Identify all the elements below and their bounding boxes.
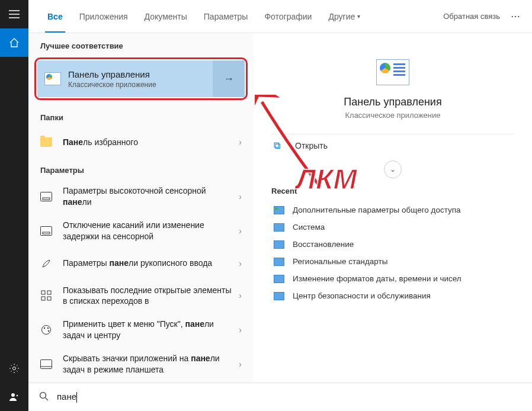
- annotation-highlight: Панель управления Классическое приложени…: [34, 57, 248, 100]
- feedback-link[interactable]: Обратная связь: [443, 12, 500, 21]
- svg-point-0: [13, 367, 16, 370]
- preview-title: Панель управления: [271, 96, 514, 108]
- control-panel-icon-large: [376, 59, 409, 85]
- recent-item[interactable]: Система: [271, 219, 514, 236]
- recent-icon: [274, 240, 284, 249]
- results-pane: Лучшее соответствие Панель управления Кл…: [28, 33, 254, 383]
- grid-icon: [37, 286, 56, 305]
- best-match-header: Лучшее соответствие: [28, 33, 254, 55]
- settings-result[interactable]: Отключение касаний или изменение задержк…: [28, 214, 254, 248]
- tab-other[interactable]: Другие▾: [320, 0, 368, 33]
- recent-icon: [274, 275, 284, 283]
- chevron-right-icon: ›: [239, 137, 242, 147]
- best-match-item[interactable]: Панель управления Классическое приложени…: [37, 60, 245, 97]
- chevron-right-icon: ›: [239, 325, 242, 335]
- svg-point-17: [40, 392, 46, 398]
- recent-icon: [274, 292, 284, 300]
- recent-item[interactable]: Региональные стандарты: [271, 253, 514, 270]
- taskbar-icon: [37, 355, 56, 374]
- chevron-right-icon: ›: [239, 259, 242, 268]
- svg-rect-6: [43, 232, 50, 234]
- menu-icon[interactable]: [0, 0, 28, 28]
- tab-photos[interactable]: Фотографии: [256, 0, 320, 33]
- recent-item[interactable]: Изменение форматов даты, времени и чисел: [271, 270, 514, 287]
- pen-icon: [37, 254, 56, 273]
- svg-point-14: [48, 330, 49, 332]
- svg-rect-7: [41, 291, 45, 294]
- recent-icon: [274, 258, 284, 266]
- svg-rect-8: [47, 291, 51, 294]
- expand-arrow-icon[interactable]: →: [213, 60, 245, 97]
- touchpad-icon: [37, 187, 56, 206]
- settings-header: Параметры: [28, 158, 254, 179]
- settings-result[interactable]: Показывать последние открытые элементы в…: [28, 279, 254, 313]
- svg-point-2: [17, 395, 18, 397]
- tabs-bar: Все Приложения Документы Параметры Фотог…: [28, 0, 532, 33]
- svg-rect-4: [43, 198, 50, 200]
- settings-result[interactable]: Параметры панели рукописного ввода ›: [28, 248, 254, 279]
- touchpad-icon: [37, 221, 56, 240]
- search-icon: [39, 391, 49, 403]
- best-match-subtitle: Классическое приложение: [68, 81, 213, 89]
- svg-rect-9: [41, 297, 45, 300]
- recent-icon: [274, 206, 284, 214]
- folder-result[interactable]: Панель избранного ›: [28, 127, 254, 158]
- best-match-title: Панель управления: [68, 69, 213, 79]
- recent-item[interactable]: Восстановление: [271, 236, 514, 253]
- recent-item[interactable]: Центр безопасности и обслуживания: [271, 287, 514, 304]
- folder-icon: [40, 137, 52, 147]
- svg-point-1: [11, 393, 15, 397]
- preview-subtitle: Классическое приложение: [271, 111, 514, 120]
- chevron-right-icon: ›: [239, 226, 242, 236]
- chevron-right-icon: ›: [239, 359, 242, 369]
- chevron-right-icon: ›: [239, 192, 242, 201]
- settings-result[interactable]: Скрывать значки приложений на панели зад…: [28, 347, 254, 381]
- palette-icon: [37, 320, 56, 339]
- folders-header: Папки: [28, 105, 254, 127]
- search-input[interactable]: пане: [57, 391, 521, 403]
- recent-icon: [274, 223, 284, 232]
- more-icon[interactable]: ⋯: [511, 11, 521, 22]
- open-action[interactable]: ⧉ Открыть: [271, 134, 514, 157]
- settings-icon[interactable]: [0, 354, 28, 383]
- svg-line-18: [46, 397, 49, 400]
- expand-button[interactable]: ⌄: [384, 160, 402, 178]
- tab-all[interactable]: Все: [39, 0, 71, 33]
- svg-point-12: [44, 327, 45, 329]
- recent-item[interactable]: Дополнительные параметры общего доступа: [271, 201, 514, 219]
- tab-apps[interactable]: Приложения: [71, 0, 136, 33]
- svg-point-13: [47, 327, 49, 329]
- tab-documents[interactable]: Документы: [136, 0, 196, 33]
- left-vertical-bar: [0, 0, 28, 411]
- chevron-right-icon: ›: [239, 291, 242, 300]
- open-icon: ⧉: [274, 140, 288, 151]
- preview-pane: Панель управления Классическое приложени…: [254, 33, 532, 383]
- search-bar: пане: [28, 383, 532, 411]
- svg-rect-10: [47, 297, 51, 300]
- svg-point-11: [42, 326, 51, 335]
- svg-rect-15: [41, 360, 52, 369]
- settings-result[interactable]: Параметры высокоточной сенсорной панели …: [28, 179, 254, 214]
- recent-header: Recent: [271, 187, 514, 195]
- home-icon[interactable]: [0, 28, 28, 57]
- main-panel: Все Приложения Документы Параметры Фотог…: [28, 0, 532, 411]
- tab-settings[interactable]: Параметры: [196, 0, 257, 33]
- chevron-down-icon: ▾: [357, 13, 360, 20]
- control-panel-icon: [37, 60, 68, 97]
- people-icon[interactable]: [0, 383, 28, 411]
- settings-result[interactable]: Применить цвет к меню "Пуск", панели зад…: [28, 313, 254, 347]
